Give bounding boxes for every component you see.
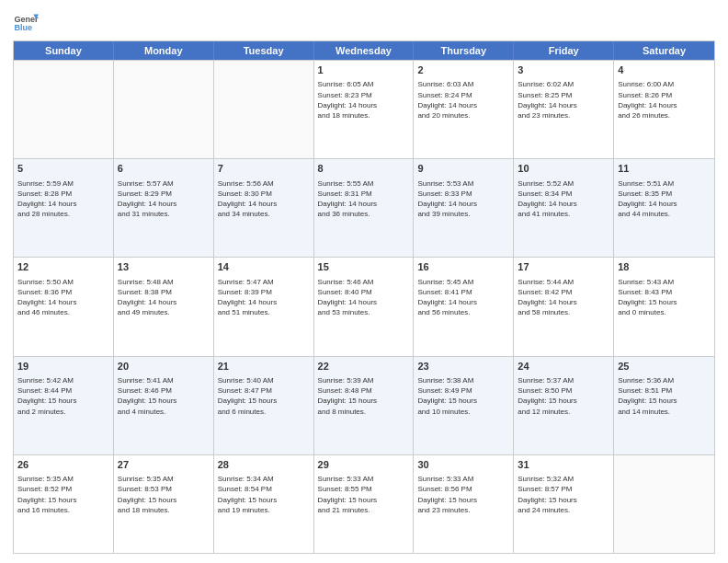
cell-info: Sunset: 8:47 PM <box>218 385 310 396</box>
day-cell-4: 4Sunrise: 6:00 AMSunset: 8:26 PMDaylight… <box>614 61 714 158</box>
cell-info: and 14 minutes. <box>618 407 711 417</box>
cell-info: Daylight: 14 hours <box>417 297 509 307</box>
cell-info: Sunset: 8:43 PM <box>618 287 711 297</box>
page: General Blue SundayMondayTuesdayWednesda… <box>0 0 728 563</box>
cell-info: Daylight: 14 hours <box>118 199 210 209</box>
cell-info: and 49 minutes. <box>118 307 210 317</box>
cell-info: Sunset: 8:36 PM <box>17 287 109 297</box>
cell-info: Sunrise: 5:44 AM <box>518 277 609 287</box>
cell-info: Sunset: 8:44 PM <box>17 385 109 396</box>
day-header-tuesday: Tuesday <box>214 41 314 60</box>
cell-info: Daylight: 14 hours <box>318 199 410 209</box>
day-number: 21 <box>218 360 310 373</box>
cell-info: Sunset: 8:56 PM <box>417 484 509 494</box>
cell-info: Sunset: 8:51 PM <box>618 385 711 396</box>
cell-info: Sunset: 8:23 PM <box>318 90 410 100</box>
day-cell-26: 26Sunrise: 5:35 AMSunset: 8:52 PMDayligh… <box>14 455 114 553</box>
calendar-row-2: 5Sunrise: 5:59 AMSunset: 8:28 PMDaylight… <box>14 158 714 257</box>
day-cell-19: 19Sunrise: 5:42 AMSunset: 8:44 PMDayligh… <box>14 357 114 454</box>
day-cell-24: 24Sunrise: 5:37 AMSunset: 8:50 PMDayligh… <box>514 357 614 454</box>
day-number: 3 <box>518 63 609 77</box>
cell-info: and 18 minutes. <box>118 505 210 515</box>
cell-info: Sunrise: 5:40 AM <box>218 375 310 385</box>
cell-info: Sunset: 8:50 PM <box>518 385 609 396</box>
cell-info: Sunrise: 6:03 AM <box>417 79 509 89</box>
calendar-row-1: 1Sunrise: 6:05 AMSunset: 8:23 PMDaylight… <box>14 60 714 158</box>
day-header-wednesday: Wednesday <box>314 41 415 60</box>
cell-info: Sunset: 8:29 PM <box>118 189 210 199</box>
day-cell-18: 18Sunrise: 5:43 AMSunset: 8:43 PMDayligh… <box>614 258 714 355</box>
day-cell-9: 9Sunrise: 5:53 AMSunset: 8:33 PMDaylight… <box>414 159 514 257</box>
cell-info: Daylight: 15 hours <box>518 396 609 406</box>
cell-info: Daylight: 14 hours <box>218 199 310 209</box>
cell-info: Sunset: 8:34 PM <box>518 189 609 199</box>
cell-info: Sunset: 8:55 PM <box>318 484 410 494</box>
day-number: 11 <box>618 162 711 176</box>
cell-info: and 56 minutes. <box>417 307 509 317</box>
cell-info: Sunrise: 6:00 AM <box>618 79 711 89</box>
cell-info: and 0 minutes. <box>618 307 711 317</box>
cell-info: Sunset: 8:31 PM <box>318 189 410 199</box>
logo: General Blue <box>13 9 40 35</box>
cell-info: Sunrise: 6:05 AM <box>318 79 410 89</box>
calendar-header: SundayMondayTuesdayWednesdayThursdayFrid… <box>14 41 714 60</box>
day-cell-3: 3Sunrise: 6:02 AMSunset: 8:25 PMDaylight… <box>514 61 614 158</box>
day-number: 29 <box>318 458 410 472</box>
cell-info: Sunrise: 5:45 AM <box>417 277 509 287</box>
day-cell-15: 15Sunrise: 5:46 AMSunset: 8:40 PMDayligh… <box>314 258 415 355</box>
day-cell-27: 27Sunrise: 5:35 AMSunset: 8:53 PMDayligh… <box>114 455 214 553</box>
cell-info: Sunrise: 5:47 AM <box>218 277 310 287</box>
cell-info: Sunset: 8:38 PM <box>118 287 210 297</box>
cell-info: and 53 minutes. <box>318 307 410 317</box>
cell-info: Sunrise: 5:32 AM <box>518 474 609 484</box>
day-cell-29: 29Sunrise: 5:33 AMSunset: 8:55 PMDayligh… <box>314 455 415 553</box>
day-number: 22 <box>318 360 410 373</box>
day-cell-1: 1Sunrise: 6:05 AMSunset: 8:23 PMDaylight… <box>314 61 415 158</box>
cell-info: Sunrise: 5:35 AM <box>118 474 210 484</box>
day-number: 15 <box>318 260 410 274</box>
cell-info: and 4 minutes. <box>118 407 210 417</box>
day-cell-20: 20Sunrise: 5:41 AMSunset: 8:46 PMDayligh… <box>114 357 214 454</box>
cell-info: Sunrise: 5:33 AM <box>318 474 410 484</box>
cell-info: Daylight: 15 hours <box>17 396 109 406</box>
svg-text:Blue: Blue <box>14 23 32 32</box>
day-number: 28 <box>218 458 310 472</box>
cell-info: Sunset: 8:26 PM <box>618 90 711 100</box>
cell-info: and 10 minutes. <box>417 407 509 417</box>
cell-info: and 36 minutes. <box>318 209 410 219</box>
cell-info: Daylight: 15 hours <box>118 396 210 406</box>
cell-info: and 51 minutes. <box>218 307 310 317</box>
cell-info: Daylight: 14 hours <box>618 199 711 209</box>
day-number: 14 <box>218 260 310 274</box>
day-cell-22: 22Sunrise: 5:39 AMSunset: 8:48 PMDayligh… <box>314 357 415 454</box>
cell-info: Daylight: 14 hours <box>518 199 609 209</box>
cell-info: Sunrise: 5:34 AM <box>218 474 310 484</box>
cell-info: Daylight: 15 hours <box>417 396 509 406</box>
day-number: 8 <box>318 162 410 176</box>
cell-info: and 31 minutes. <box>118 209 210 219</box>
day-number: 26 <box>17 458 109 472</box>
cell-info: Sunset: 8:46 PM <box>118 385 210 396</box>
cell-info: and 6 minutes. <box>218 407 310 417</box>
cell-info: Sunset: 8:54 PM <box>218 484 310 494</box>
cell-info: Sunset: 8:35 PM <box>618 189 711 199</box>
cell-info: and 28 minutes. <box>17 209 109 219</box>
cell-info: Daylight: 14 hours <box>417 199 509 209</box>
cell-info: and 12 minutes. <box>518 407 609 417</box>
cell-info: Daylight: 14 hours <box>518 100 609 110</box>
cell-info: and 20 minutes. <box>417 110 509 121</box>
day-number: 10 <box>518 162 609 176</box>
day-number: 27 <box>118 458 210 472</box>
cell-info: Sunset: 8:41 PM <box>417 287 509 297</box>
cell-info: and 16 minutes. <box>17 505 109 515</box>
header: General Blue <box>13 9 715 35</box>
cell-info: Sunset: 8:53 PM <box>118 484 210 494</box>
cell-info: Sunrise: 5:46 AM <box>318 277 410 287</box>
day-number: 20 <box>118 360 210 373</box>
day-number: 30 <box>417 458 509 472</box>
calendar-body: 1Sunrise: 6:05 AMSunset: 8:23 PMDaylight… <box>14 60 714 553</box>
cell-info: and 18 minutes. <box>318 110 410 121</box>
day-number: 25 <box>618 360 711 373</box>
cell-info: Sunset: 8:57 PM <box>518 484 609 494</box>
cell-info: Sunrise: 5:56 AM <box>218 178 310 189</box>
